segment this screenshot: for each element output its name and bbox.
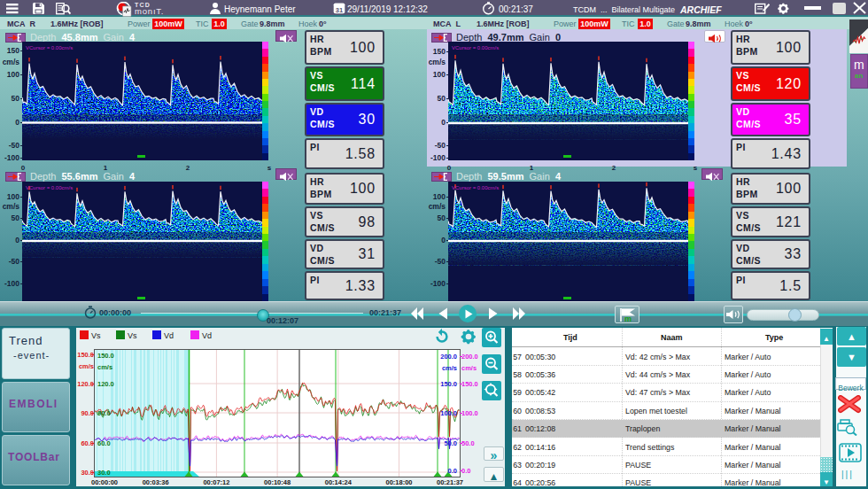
svg-text:31: 31	[336, 5, 343, 13]
svg-text:VCursor = 0.00cm/s: VCursor = 0.00cm/s	[26, 45, 73, 50]
svg-text:VCursor = 0.00cm/s: VCursor = 0.00cm/s	[452, 45, 499, 50]
svg-text:m: m	[624, 314, 632, 323]
svg-text:VCursor = 0.00cm/s: VCursor = 0.00cm/s	[26, 185, 73, 190]
svg-text:VCursor = 0.00cm/s: VCursor = 0.00cm/s	[452, 185, 499, 190]
